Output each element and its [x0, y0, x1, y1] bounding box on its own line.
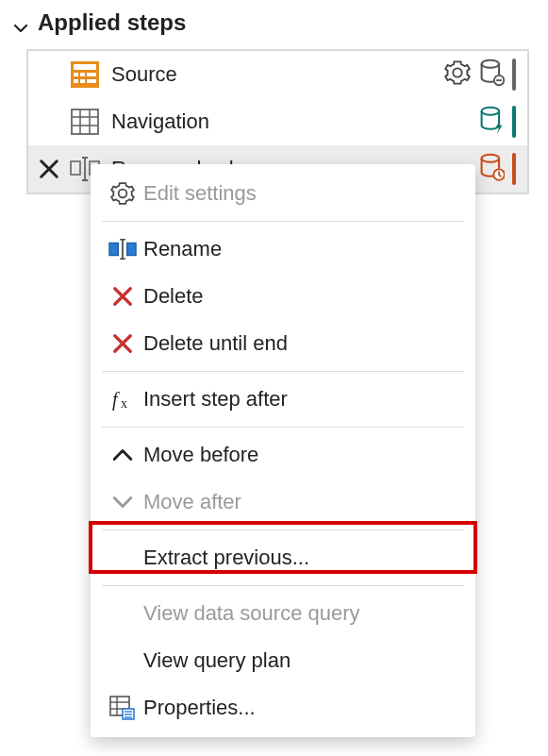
database-lightning-icon	[478, 106, 505, 138]
svg-rect-1	[74, 64, 96, 70]
properties-icon	[102, 696, 143, 720]
ctx-move-before[interactable]: Move before	[91, 431, 475, 479]
ctx-view-data-source-query: View data source query	[91, 590, 475, 637]
ctx-label: Move after	[143, 490, 241, 514]
svg-rect-3	[80, 73, 85, 76]
svg-rect-21	[109, 243, 118, 255]
delete-step-icon[interactable]	[34, 159, 64, 179]
gear-icon	[102, 181, 143, 206]
ctx-divider	[102, 427, 464, 428]
svg-rect-7	[87, 79, 96, 83]
step-label: Source	[111, 62, 444, 87]
svg-rect-22	[127, 243, 136, 255]
ctx-label: Properties...	[143, 696, 256, 720]
x-red-icon	[102, 286, 143, 307]
svg-text:x: x	[121, 396, 127, 411]
ctx-label: Insert step after	[143, 387, 288, 412]
svg-point-19	[482, 155, 499, 162]
svg-point-8	[482, 60, 499, 68]
ctx-label: Rename	[143, 237, 222, 261]
svg-rect-5	[74, 79, 78, 83]
ctx-extract-previous[interactable]: Extract previous...	[91, 534, 475, 581]
svg-rect-4	[87, 73, 96, 76]
ctx-label: Delete until end	[143, 331, 288, 356]
ctx-view-query-plan[interactable]: View query plan	[91, 637, 475, 684]
database-clock-icon	[478, 153, 505, 185]
database-icon	[478, 59, 505, 91]
step-label: Navigation	[111, 109, 478, 134]
ctx-divider	[102, 371, 464, 372]
svg-text:f: f	[112, 389, 120, 411]
chevron-up-icon	[102, 448, 143, 462]
svg-rect-17	[71, 161, 80, 175]
chevron-down-icon	[102, 496, 143, 509]
svg-rect-11	[72, 109, 98, 134]
ctx-divider	[102, 585, 464, 586]
section-title: Applied steps	[38, 9, 186, 36]
ctx-label: Move before	[143, 443, 258, 467]
ctx-label: Delete	[143, 284, 204, 309]
ctx-divider	[102, 221, 464, 222]
step-row[interactable]: Navigation	[28, 98, 527, 145]
chevron-down-icon	[13, 15, 28, 30]
ctx-label: Edit settings	[143, 181, 257, 206]
x-red-icon	[102, 333, 143, 354]
ctx-properties[interactable]: Properties...	[91, 684, 475, 731]
source-icon	[70, 59, 100, 90]
ctx-move-after: Move after	[91, 479, 475, 526]
fx-icon: f x	[102, 387, 143, 412]
svg-point-16	[482, 108, 499, 115]
rename-icon	[102, 239, 143, 260]
ctx-delete[interactable]: Delete	[91, 273, 475, 320]
svg-rect-6	[80, 79, 85, 83]
context-menu: Edit settings Rename Delete Delete until…	[91, 164, 475, 737]
step-row[interactable]: Source	[28, 51, 527, 98]
gear-icon[interactable]	[444, 59, 471, 90]
ctx-rename[interactable]: Rename	[91, 226, 475, 273]
table-icon	[70, 107, 100, 137]
ctx-divider	[102, 529, 464, 530]
ctx-label: View data source query	[143, 601, 360, 626]
svg-rect-2	[74, 73, 78, 76]
section-header[interactable]: Applied steps	[0, 0, 548, 49]
ctx-edit-settings: Edit settings	[91, 170, 475, 217]
ctx-delete-until-end[interactable]: Delete until end	[91, 320, 475, 367]
ctx-label: Extract previous...	[143, 546, 309, 570]
ctx-label: View query plan	[143, 648, 291, 673]
ctx-insert-step-after[interactable]: f x Insert step after	[91, 376, 475, 423]
